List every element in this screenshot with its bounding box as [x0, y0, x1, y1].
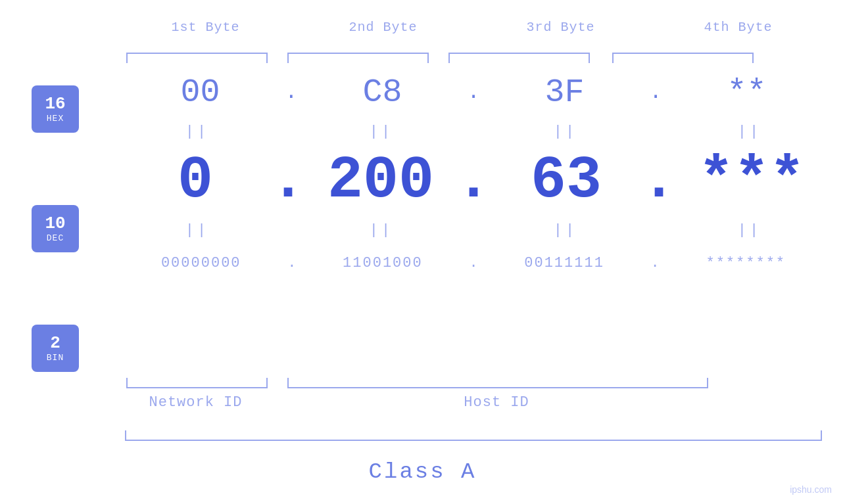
main-container: 1st Byte 2nd Byte 3rd Byte 4th Byte 16 H… [0, 0, 845, 504]
bin-b2: 11001000 [317, 255, 448, 271]
hex-dot2: . [467, 80, 479, 104]
eq-row-2: || || || || [125, 217, 822, 243]
eq1-b1: || [132, 124, 263, 140]
id-labels: Network ID Host ID [125, 394, 822, 411]
hex-dot1: . [285, 80, 297, 104]
hex-badge-num: 16 [45, 95, 65, 114]
top-brackets [125, 53, 822, 63]
watermark: ipshu.com [790, 484, 832, 495]
network-id-label: Network ID [125, 394, 266, 411]
hex-badge: 16 HEX [32, 85, 79, 133]
hex-b4: ** [681, 74, 813, 111]
dec-badge: 10 DEC [32, 205, 79, 252]
hex-b1: 00 [134, 74, 266, 111]
dec-row: 0 . 200 . 63 . *** [125, 145, 822, 217]
top-bracket-4 [612, 53, 754, 63]
top-bracket-1 [126, 53, 268, 63]
eq-row-1: || || || || [125, 118, 822, 145]
outer-bracket [125, 430, 822, 441]
bin-b1: 00000000 [135, 255, 267, 271]
byte2-header: 2nd Byte [312, 20, 454, 35]
bin-badge: 2 BIN [32, 325, 79, 372]
hex-b2: C8 [316, 74, 448, 111]
base-badges: 16 HEX 10 DEC 2 BIN [32, 85, 79, 372]
hex-b3: 3F [498, 74, 630, 111]
bin-dot2: . [469, 255, 477, 271]
host-id-label: Host ID [286, 394, 707, 411]
dec-b1: 0 [130, 147, 261, 214]
top-bracket-2 [287, 53, 429, 63]
top-bracket-3 [448, 53, 590, 63]
host-id-bracket [287, 378, 708, 388]
data-rows: 00 . C8 . 3F . ** || || || || 0 . 200 . … [125, 66, 822, 283]
bin-badge-num: 2 [50, 334, 60, 353]
dec-badge-label: DEC [47, 233, 64, 243]
dec-badge-num: 10 [45, 214, 65, 233]
eq1-b2: || [316, 124, 447, 140]
byte3-header: 3rd Byte [490, 20, 631, 35]
hex-row: 00 . C8 . 3F . ** [125, 66, 822, 118]
eq1-b3: || [500, 124, 631, 140]
eq2-b2: || [316, 222, 447, 239]
eq2-b3: || [500, 222, 631, 239]
hex-badge-label: HEX [47, 114, 64, 124]
dec-dot3: . [641, 147, 677, 214]
dec-b2: 200 [315, 147, 447, 214]
bin-badge-label: BIN [47, 353, 64, 363]
bin-row: 00000000 . 11001000 . 00111111 . *******… [125, 243, 822, 283]
network-id-bracket [126, 378, 268, 388]
byte-headers: 1st Byte 2nd Byte 3rd Byte 4th Byte [117, 20, 827, 35]
eq2-b1: || [132, 222, 263, 239]
hex-dot3: . [649, 80, 662, 104]
dec-dot2: . [456, 147, 491, 214]
byte4-header: 4th Byte [667, 20, 809, 35]
eq1-b4: || [684, 124, 815, 140]
eq2-b4: || [684, 222, 815, 239]
dec-b3: 63 [500, 147, 632, 214]
byte1-header: 1st Byte [135, 20, 276, 35]
dec-dot1: . [270, 147, 306, 214]
dec-b4: *** [686, 147, 817, 214]
bin-b4: ******** [680, 255, 811, 271]
class-label: Class A [369, 459, 477, 484]
bin-dot1: . [287, 255, 296, 271]
bottom-brackets [125, 378, 822, 391]
bin-b3: 00111111 [498, 255, 630, 271]
bin-dot3: . [651, 255, 660, 271]
